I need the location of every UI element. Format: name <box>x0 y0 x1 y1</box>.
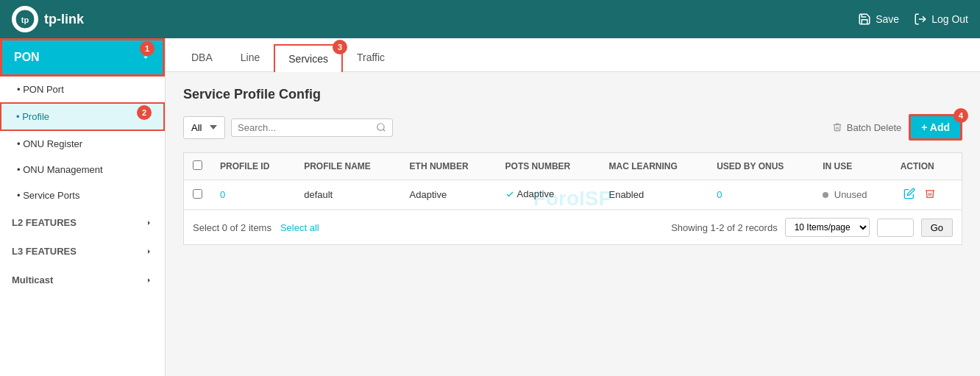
svg-line-4 <box>383 130 386 132</box>
svg-point-3 <box>377 124 384 130</box>
delete-icon[interactable] <box>924 189 936 202</box>
col-profile-name: PROFILE NAME <box>295 153 400 180</box>
sidebar: 1 PON • PON Port 2 • Profile • ONU Regis… <box>0 38 166 376</box>
eth-number-cell: Adaptive <box>410 189 447 200</box>
svg-text:tp: tp <box>21 15 29 24</box>
table-header-row: PROFILE ID PROFILE NAME ETH NUMBER POTS … <box>184 153 962 180</box>
sidebar-item-pon-port-label: • PON Port <box>17 84 64 95</box>
add-badge: 4 <box>954 108 968 123</box>
page-title: Service Profile Config <box>183 87 962 102</box>
table-row: 0 default Adaptive Adaptive Enabled 0 <box>184 180 962 210</box>
row-checkbox[interactable] <box>193 189 202 199</box>
multicast-label: Multicast <box>12 274 53 285</box>
content-area: DBA Line 3 Services Traffic Service Prof… <box>166 38 980 376</box>
sidebar-item-onu-register[interactable]: • ONU Register <box>0 131 165 157</box>
header: tp tp-link Save Log Out <box>0 0 980 38</box>
page-content: Service Profile Config All <box>166 72 980 376</box>
sidebar-section-l2-features[interactable]: L2 FEATURES <box>0 208 165 237</box>
table-footer: Select 0 of 2 items Select all Showing 1… <box>184 210 962 244</box>
sidebar-section-l3-features[interactable]: L3 FEATURES <box>0 237 165 266</box>
trash-icon <box>832 122 842 132</box>
select-all-checkbox[interactable] <box>193 160 202 170</box>
sidebar-item-onu-management-label: • ONU Management <box>17 164 103 175</box>
tab-line-label: Line <box>241 52 260 63</box>
col-in-use: IN USE <box>814 153 892 180</box>
logo-text: tp-link <box>44 12 84 27</box>
pon-badge: 1 <box>140 41 155 56</box>
data-table: PROFILE ID PROFILE NAME ETH NUMBER POTS … <box>184 153 962 210</box>
tab-dba[interactable]: DBA <box>177 43 227 71</box>
search-box <box>231 118 393 137</box>
logout-button[interactable]: Log Out <box>914 13 968 26</box>
l2-features-label: L2 FEATURES <box>12 217 77 228</box>
pon-dropdown-button[interactable]: PON <box>0 38 165 77</box>
sidebar-item-service-ports-label: • Service Ports <box>17 190 79 201</box>
save-label: Save <box>876 13 899 25</box>
sidebar-item-onu-register-label: • ONU Register <box>17 138 82 149</box>
search-icon <box>376 122 386 132</box>
batch-delete-button[interactable]: Batch Delete <box>832 122 901 133</box>
tab-services-label: Services <box>288 53 328 65</box>
search-input[interactable] <box>238 122 372 133</box>
save-button[interactable]: Save <box>858 13 899 26</box>
col-mac-learning: MAC LEARNING <box>600 153 708 180</box>
select-info: Select 0 of 2 items <box>193 222 271 233</box>
sidebar-item-onu-management[interactable]: • ONU Management <box>0 157 165 182</box>
tabs-bar: DBA Line 3 Services Traffic <box>166 38 980 72</box>
used-by-onus-link[interactable]: 0 <box>717 189 722 200</box>
main-layout: 1 PON • PON Port 2 • Profile • ONU Regis… <box>0 38 980 376</box>
sidebar-section-multicast[interactable]: Multicast <box>0 266 165 294</box>
add-label: + Add <box>921 121 950 133</box>
edit-icon[interactable] <box>903 189 918 202</box>
profile-id-link[interactable]: 0 <box>220 189 225 200</box>
tab-traffic-label: Traffic <box>357 52 385 63</box>
tab-traffic[interactable]: Traffic <box>343 43 399 71</box>
tab-line[interactable]: Line <box>227 43 274 71</box>
profile-name-cell: default <box>304 189 333 200</box>
footer-left: Select 0 of 2 items Select all <box>193 222 319 233</box>
pots-number-cell: Adaptive <box>505 188 555 199</box>
mac-learning-cell: Enabled <box>608 189 644 200</box>
sidebar-pon-wrapper: 1 PON <box>0 38 165 77</box>
sidebar-item-service-ports[interactable]: • Service Ports <box>0 182 165 208</box>
table-body: 0 default Adaptive Adaptive Enabled 0 <box>184 180 962 210</box>
batch-delete-label: Batch Delete <box>847 122 901 133</box>
toolbar-right: Batch Delete 4 + Add <box>832 114 962 141</box>
col-action: ACTION <box>892 153 962 180</box>
sidebar-item-profile-label: • Profile <box>16 111 49 122</box>
col-pots-number: POTS NUMBER <box>497 153 600 180</box>
toolbar: All Batch Delete <box>183 114 962 141</box>
l3-features-label: L3 FEATURES <box>12 246 77 257</box>
check-icon <box>505 190 514 199</box>
logo-icon: tp <box>12 6 38 32</box>
pon-label: PON <box>14 51 40 64</box>
showing-info: Showing 1-2 of 2 records <box>671 222 778 233</box>
add-btn-wrapper: 4 + Add <box>909 114 962 141</box>
items-per-page-select[interactable]: 10 Items/page <box>785 218 870 237</box>
action-cell <box>892 180 962 210</box>
select-all-link[interactable]: Select all <box>280 222 319 233</box>
logo-area: tp tp-link <box>12 6 84 32</box>
col-used-by-onus: USED BY ONUS <box>708 153 814 180</box>
go-button[interactable]: Go <box>921 219 953 237</box>
sidebar-profile-wrapper: 2 • Profile <box>0 102 165 131</box>
col-eth-number: ETH NUMBER <box>401 153 497 180</box>
tab-services[interactable]: 3 Services <box>274 44 343 72</box>
tab-dba-label: DBA <box>191 52 213 63</box>
header-actions: Save Log Out <box>858 13 968 26</box>
page-go-input[interactable] <box>877 219 914 237</box>
footer-right: Showing 1-2 of 2 records 10 Items/page G… <box>671 218 953 237</box>
logout-label: Log Out <box>931 13 968 25</box>
sidebar-item-pon-port[interactable]: • PON Port <box>0 77 165 102</box>
profile-badge: 2 <box>137 105 152 120</box>
table-container: ForoISP PROFILE ID PROFILE NAME <box>183 152 962 245</box>
status-dot <box>823 192 828 198</box>
toolbar-left: All <box>183 116 393 139</box>
filter-dropdown[interactable]: All <box>183 116 225 139</box>
in-use-cell: Unused <box>823 189 867 200</box>
col-profile-id: PROFILE ID <box>211 153 295 180</box>
